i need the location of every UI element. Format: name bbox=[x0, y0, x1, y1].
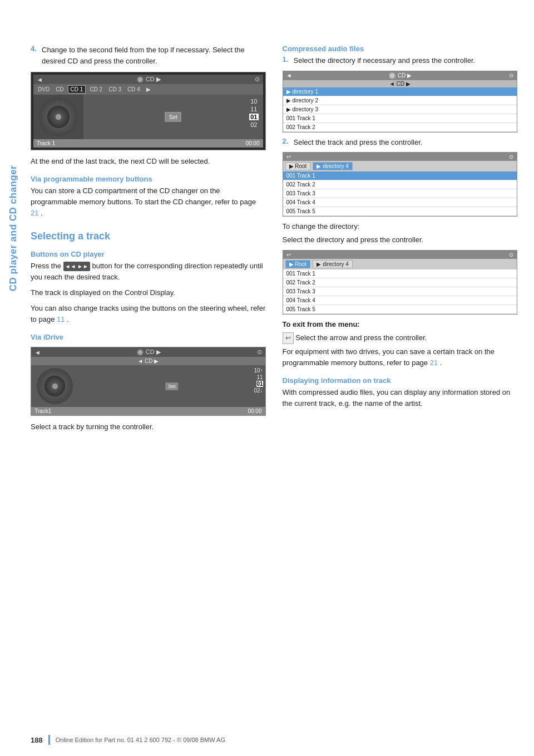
cd-tabs-bar-1: DVD CD CD 1 CD 2 CD 3 CD 4 ▶ bbox=[33, 84, 263, 95]
track-nav-dir4-2[interactable]: ▶ directory 4 bbox=[313, 260, 352, 268]
idrive-track-01-active: 01 bbox=[256, 381, 263, 387]
track-top-bar-2: ↩ ⊙ bbox=[283, 251, 517, 259]
selecting-track-heading: Selecting a track bbox=[31, 230, 266, 242]
displaying-heading: Displaying information on track bbox=[283, 376, 518, 385]
track-top-bar-1: ↩ ⊙ bbox=[283, 153, 517, 161]
idrive-top-label: CD ▶ bbox=[146, 348, 161, 356]
track-nav-root-1[interactable]: ▶ Root bbox=[285, 162, 311, 170]
cd-bottom-bar-1: Track 1 00:00 bbox=[33, 139, 263, 148]
buttons-cd-link[interactable]: 11 bbox=[57, 315, 65, 323]
buttons-cd-para-3: You can also change tracks using the but… bbox=[31, 303, 266, 325]
idrive-bottom-bar: Track1 00:00 bbox=[31, 407, 265, 415]
sidebar-label: CD player and CD changer bbox=[0, 67, 27, 390]
idrive-vinyl-area bbox=[31, 365, 78, 407]
idrive-disc-icon bbox=[137, 349, 144, 356]
idrive-top-left: ◄ bbox=[34, 349, 41, 356]
track-nav-dir4-1[interactable]: ▶ directory 4 bbox=[313, 162, 352, 170]
cd-top-center-1: CD ▶ bbox=[137, 76, 161, 83]
idrive-top-right: ⊙ bbox=[257, 348, 262, 356]
track-item-2-4[interactable]: 004 Track 4 bbox=[283, 296, 517, 305]
change-dir-text-2: Select the directory and press the contr… bbox=[283, 234, 518, 246]
cd-top-right-1: ⊙ bbox=[255, 76, 260, 83]
cd-tab-cd1[interactable]: CD 1 bbox=[68, 85, 86, 94]
idrive-second-bar: ◄ CD ▶ bbox=[31, 357, 265, 365]
for-equipment-link[interactable]: 21 bbox=[430, 359, 438, 367]
cd-top-left-1: ◄ bbox=[37, 76, 43, 83]
cd-tab-cd4[interactable]: CD 4 bbox=[125, 86, 142, 93]
track-item-1-4[interactable]: 004 Track 4 bbox=[283, 198, 517, 207]
track-item-2-1[interactable]: 001 Track 1 bbox=[283, 269, 517, 278]
dir-item-2[interactable]: ▶ directory 2 bbox=[283, 96, 517, 105]
step-1-right-text: Select the directory if necessary and pr… bbox=[294, 55, 518, 66]
buttons-cd-para-1: Press the ◄◄ ►► button for the correspon… bbox=[31, 261, 266, 283]
step-4-num: 4. bbox=[31, 45, 38, 66]
cd-tab-cd3[interactable]: CD 3 bbox=[106, 86, 123, 93]
displaying-text: With compressed audio files, you can dis… bbox=[283, 387, 518, 409]
dir-top-right-1: ⊙ bbox=[509, 72, 513, 78]
cd-track-nums-1: 10 11 01 02 bbox=[249, 98, 258, 128]
skip-icon: ◄◄ ►► bbox=[63, 262, 90, 272]
cd-tab-cd2[interactable]: CD 2 bbox=[87, 86, 105, 93]
step-1-right: 1. Select the directory if necessary and… bbox=[283, 55, 518, 66]
idrive-track-area: 10↑ 11 01 02↓ Set bbox=[78, 365, 265, 407]
right-column: Compressed audio files 1. Select the dir… bbox=[283, 45, 518, 437]
cd-track-area-1: 10 11 01 02 Set bbox=[83, 95, 263, 139]
dir-top-bar-1: ◄ CD ▶ ⊙ bbox=[283, 71, 517, 80]
dir-disc-icon-1 bbox=[389, 72, 395, 79]
dir-item-3-label: ▶ directory 3 bbox=[286, 106, 318, 112]
track-top-right-2: ⊙ bbox=[509, 252, 513, 258]
footer-text: Online Edition for Part no. 01 41 2 600 … bbox=[56, 737, 225, 743]
cd-screen-1: ◄ CD ▶ ⊙ DVD CD CD 1 CD 2 CD 3 CD 4 ▶ bbox=[31, 72, 266, 150]
cd-vinyl-disc-1 bbox=[39, 97, 78, 136]
left-column: 4. Change to the second field from the t… bbox=[31, 45, 266, 437]
back-arrow-icon: ↩ bbox=[283, 332, 294, 344]
cd-track-11: 11 bbox=[249, 106, 258, 112]
note-after-screen: At the end of the last track, the next C… bbox=[31, 156, 266, 167]
step-1-right-num: 1. bbox=[283, 55, 290, 66]
dir-top-left-1: ◄ bbox=[286, 72, 292, 78]
via-memory-link[interactable]: 21 bbox=[31, 209, 38, 217]
change-dir-text-1: To change the directory: bbox=[283, 221, 518, 232]
track-screen-2: ↩ ⊙ ▶ Root ▶ directory 4 001 Track 1 002… bbox=[283, 250, 518, 315]
step-2-right: 2. Select the track and press the contro… bbox=[283, 137, 518, 148]
buttons-cd-para-2: The track is displayed on the Control Di… bbox=[31, 287, 266, 298]
dir-item-5-label: 002 Track 2 bbox=[286, 124, 315, 130]
cd-tab-more[interactable]: ▶ bbox=[144, 86, 153, 93]
idrive-track-11: 11 bbox=[256, 374, 263, 380]
track-back-icon-1: ↩ bbox=[286, 154, 291, 160]
dir-item-4[interactable]: 001 Track 1 bbox=[283, 114, 517, 123]
cd-top-label-1: CD ▶ bbox=[146, 76, 161, 83]
dir-item-1-label: ▶ directory 1 bbox=[286, 89, 318, 95]
track-screen-1: ↩ ⊙ ▶ Root ▶ directory 4 001 Track 1 002… bbox=[283, 152, 518, 217]
via-idrive-heading: Via iDrive bbox=[31, 333, 266, 341]
track-nav-root-2[interactable]: ▶ Root bbox=[285, 260, 311, 268]
cd-track-01-active: 01 bbox=[249, 114, 258, 120]
idrive-set-button: Set bbox=[165, 382, 179, 390]
track-item-2-2[interactable]: 002 Track 2 bbox=[283, 278, 517, 287]
track-item-1-2[interactable]: 002 Track 2 bbox=[283, 180, 517, 189]
exit-menu-text: ↩ Select the arrow and press the control… bbox=[283, 332, 518, 344]
idrive-time: 00:00 bbox=[248, 408, 261, 414]
idrive-top-bar: ◄ CD ▶ ⊙ bbox=[31, 347, 265, 357]
dir-top-label-1: CD ▶ bbox=[398, 72, 412, 78]
idrive-vinyl-disc bbox=[37, 368, 73, 404]
cd-time-1: 00:00 bbox=[245, 140, 259, 146]
dir-item-5[interactable]: 002 Track 2 bbox=[283, 123, 517, 132]
via-memory-text: You can store a CD compartment of the CD… bbox=[31, 185, 266, 219]
dir-second-bar-1: ◄ CD ▶ bbox=[283, 80, 517, 87]
footer-divider bbox=[48, 735, 50, 745]
dir-item-3[interactable]: ▶ directory 3 bbox=[283, 105, 517, 114]
track-item-2-5[interactable]: 005 Track 5 bbox=[283, 305, 517, 314]
track-item-2-3[interactable]: 003 Track 3 bbox=[283, 287, 517, 296]
dir-item-1[interactable]: ▶ directory 1 bbox=[283, 87, 517, 96]
track-item-1-5[interactable]: 005 Track 5 bbox=[283, 207, 517, 216]
page-footer: 188 Online Edition for Part no. 01 41 2 … bbox=[0, 735, 534, 745]
cd-track-02: 02 bbox=[249, 121, 258, 128]
track-item-1-1[interactable]: 001 Track 1 bbox=[283, 171, 517, 180]
dir-top-center-1: CD ▶ bbox=[389, 72, 412, 79]
cd-set-button-1: Set bbox=[165, 112, 181, 122]
dir-item-4-label: 001 Track 1 bbox=[286, 115, 315, 121]
cd-track-label-1: Track 1 bbox=[37, 140, 55, 146]
track-item-1-3[interactable]: 003 Track 3 bbox=[283, 189, 517, 198]
via-memory-heading: Via programmable memory buttons bbox=[31, 175, 266, 183]
